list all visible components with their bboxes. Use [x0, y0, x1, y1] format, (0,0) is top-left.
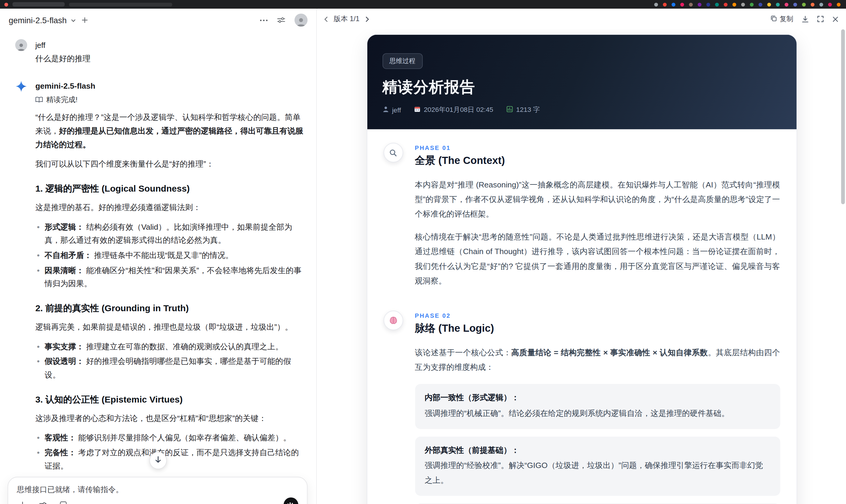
- phase-paragraph: 核心情境在于解决“思考的随意性”问题。不论是人类通过批判性思维进行决策，还是大语…: [415, 230, 780, 288]
- bullet-term: 因果清晰：: [45, 266, 84, 275]
- extension-icon[interactable]: [776, 2, 780, 6]
- bullet-list: 事实支撑：推理建立在可靠的数据、准确的观测或公认的真理之上。 假设透明：好的推理…: [35, 340, 304, 381]
- model-name: gemini-2.5-flash: [8, 16, 67, 25]
- extension-icon[interactable]: [828, 2, 832, 6]
- settings-sliders-icon[interactable]: [277, 17, 285, 23]
- extension-icon[interactable]: [706, 2, 710, 6]
- chevron-right-icon[interactable]: [365, 16, 369, 22]
- version-nav: 版本 1/1: [324, 14, 369, 24]
- assistant-intro: “什么是好的推理？”这是一个涉及逻辑学、认知科学和哲学核心的问题。简单来说，好的…: [35, 111, 304, 151]
- fullscreen-icon[interactable]: [817, 16, 824, 22]
- section-intro: 逻辑再完美，如果前提是错误的，推理也是垃圾（即“垃圾进，垃圾出”）。: [35, 320, 304, 334]
- bullet-term: 不自相矛盾：: [45, 251, 92, 259]
- extension-icon[interactable]: [837, 2, 841, 6]
- brain-icon: [383, 311, 403, 330]
- chevron-left-icon[interactable]: [324, 16, 328, 22]
- bullet-text: 推理链条中不能出现“既是又非”的情况。: [94, 251, 233, 259]
- extension-icon[interactable]: [811, 2, 814, 6]
- message-text: 什么是好的推理: [35, 54, 304, 64]
- formula-paragraph: 该论述基于一个核心公式：高质量结论 = 结构完整性 × 事实准确性 × 认知自律…: [415, 345, 780, 374]
- extension-icon[interactable]: [785, 2, 789, 6]
- bullet-list: 形式逻辑：结构必须有效（Valid）。比如演绎推理中，如果前提全部为真，那么通过…: [35, 220, 304, 291]
- counter-icon: [506, 106, 513, 114]
- account-avatar[interactable]: [295, 14, 307, 27]
- voice-mode-button[interactable]: [284, 498, 298, 504]
- person-icon: [382, 106, 389, 114]
- record-dot-icon: [4, 2, 8, 6]
- extension-icon[interactable]: [663, 2, 667, 6]
- section-intro: 这涉及推理者的心态和方法论，也是区分“杠精”和“思想家”的关键：: [35, 412, 304, 425]
- bullet-text: 能够识别并尽量排除个人偏见（如幸存者偏差、确认偏差）。: [78, 433, 291, 442]
- card-text: 强调推理的“机械正确”。结论必须在给定的规则系统内逻辑自洽，这是推理的硬件基础。: [424, 406, 770, 421]
- card-text: 强调推理的“经验校准”。解决“GIGO（垃圾进，垃圾出）”问题，确保推理引擎运行…: [424, 458, 770, 487]
- close-icon[interactable]: [832, 16, 838, 22]
- copy-button[interactable]: 复制: [770, 14, 793, 23]
- extension-icon[interactable]: [680, 2, 684, 6]
- extension-icon[interactable]: [689, 2, 693, 6]
- composer-toolbar: [19, 501, 67, 504]
- user-message: jeff 什么是好的推理: [15, 39, 306, 64]
- window-scrollbar-thumb[interactable]: [841, 30, 845, 204]
- phase-section: PHASE 01 全景 (The Context) 本内容是对“推理 (Reas…: [384, 145, 780, 288]
- intro-bold: 好的推理是从已知信息出发，通过严密的逻辑路径，得出可靠且有说服力结论的过程。: [35, 126, 303, 149]
- extension-icon[interactable]: [741, 2, 745, 6]
- list-item: 事实支撑：推理建立在可靠的数据、准确的观测或公认的真理之上。: [35, 340, 304, 353]
- extension-icon[interactable]: [724, 2, 727, 6]
- phase-title: 脉络 (The Logic): [415, 321, 780, 335]
- extension-icon[interactable]: [733, 2, 737, 6]
- extension-icon[interactable]: [654, 2, 658, 6]
- meta-word-count: 1213 字: [506, 105, 540, 114]
- address-bar[interactable]: [69, 2, 172, 6]
- browser-tab[interactable]: [13, 2, 65, 6]
- model-selector[interactable]: gemini-2.5-flash: [8, 16, 76, 25]
- arrow-down-icon: [155, 455, 161, 465]
- artifact-actions: 复制: [770, 14, 838, 23]
- copy-icon: [770, 15, 777, 23]
- attach-plus-icon[interactable]: [19, 501, 26, 504]
- tools-icon[interactable]: [39, 502, 47, 504]
- artifact-panel: 版本 1/1 复制: [317, 8, 846, 504]
- list-item: 不自相矛盾：推理链条中不能出现“既是又非”的情况。: [35, 249, 304, 262]
- phase-label: PHASE 02: [415, 312, 780, 319]
- extension-icon[interactable]: [715, 2, 719, 6]
- extension-icon[interactable]: [802, 2, 806, 6]
- extension-icon[interactable]: [793, 2, 797, 6]
- app-window: gemini-2.5-flash: [0, 0, 846, 504]
- assistant-message: gemini-2.5-flash 精读完成! “什么是好的推理？”这是一个涉及逻…: [15, 80, 306, 504]
- magnifier-icon: [383, 143, 403, 162]
- report-card: 思维过程 精读分析报告 jeff 2: [367, 34, 797, 504]
- more-options-icon[interactable]: [260, 19, 268, 21]
- meta-author: jeff: [382, 106, 401, 114]
- download-icon[interactable]: [802, 16, 809, 23]
- browser-bar: [0, 0, 846, 8]
- gemini-sparkle-icon: [15, 80, 27, 92]
- version-label: 版本 1/1: [334, 14, 359, 24]
- artifact-toolbar: 版本 1/1 复制: [317, 8, 846, 29]
- canvas-icon[interactable]: [60, 501, 67, 504]
- meta-author-text: jeff: [392, 106, 401, 114]
- extension-icon[interactable]: [698, 2, 702, 6]
- report-badge: 思维过程: [382, 53, 422, 69]
- user-avatar: [15, 39, 27, 51]
- chevron-down-icon: [71, 16, 76, 25]
- copy-label: 复制: [780, 14, 793, 23]
- calendar-icon: [414, 106, 421, 114]
- extension-icon[interactable]: [758, 2, 762, 6]
- scroll-to-bottom-button[interactable]: [149, 452, 167, 469]
- extension-icon[interactable]: [672, 2, 675, 6]
- list-item: 假设透明：好的推理会明确指明哪些是已知事实，哪些是基于可能的假设。: [35, 355, 304, 382]
- status-text: 精读完成!: [46, 95, 77, 105]
- dimension-card: 主体伦理（认识美德）： 转向推理者的心理特征。引入奥卡姆剃刀和反向论证，旨在克服…: [415, 503, 780, 504]
- extension-icon[interactable]: [819, 2, 823, 6]
- new-chat-button[interactable]: [81, 17, 88, 23]
- extension-icon[interactable]: [767, 2, 771, 6]
- list-item: 形式逻辑：结构必须有效（Valid）。比如演绎推理中，如果前提全部为真，那么通过…: [35, 220, 304, 247]
- extension-icon[interactable]: [750, 2, 754, 6]
- report-meta: jeff 2026年01月08日 02:45 121: [382, 105, 781, 114]
- chat-transcript: jeff 什么是好的推理 gemini-2.5-flash: [0, 34, 316, 504]
- section-heading: 3. 认知的公正性 (Epistemic Virtues): [35, 394, 304, 406]
- dimension-card: 外部真实性（前提基础）： 强调推理的“经验校准”。解决“GIGO（垃圾进，垃圾出…: [415, 436, 780, 496]
- bullet-text: 考虑了对立的观点和潜在的反证，而不是只选择支持自己结论的证据。: [45, 448, 299, 470]
- prompt-input[interactable]: 思维接口已就绪，请传输指令。: [8, 477, 308, 504]
- bullet-term: 事实支撑：: [45, 342, 84, 351]
